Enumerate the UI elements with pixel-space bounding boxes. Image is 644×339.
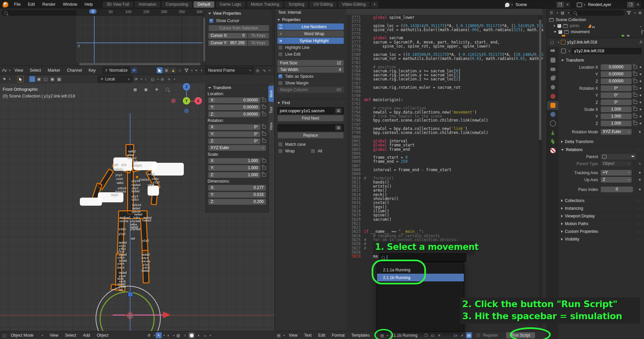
animate-dot-icon[interactable]	[640, 80, 641, 82]
animate-dot-icon[interactable]	[640, 101, 641, 103]
footer-word-wrap-icon[interactable]: ↲	[459, 332, 465, 338]
axis-x-ball[interactable]: X	[195, 97, 202, 105]
proportional-edit-icon[interactable]: ◎	[255, 67, 261, 73]
scene-selector[interactable]: ▾ Scene ❐ ✕	[503, 1, 572, 8]
graph-menu-view[interactable]: View	[11, 68, 26, 73]
panel-grip-icon[interactable]: ::::	[262, 86, 266, 89]
text-menu-templates[interactable]: Templates	[348, 333, 373, 338]
add-layout-tab[interactable]: +	[371, 1, 378, 8]
layout-tab-game-logic[interactable]: Game Logic	[216, 1, 246, 8]
find-input[interactable]: joint.copper.y1o1.sacrum ▤	[277, 107, 344, 114]
section-viewport-display[interactable]: Viewport Display::::	[558, 212, 644, 220]
menu-edit[interactable]: Edit	[24, 0, 39, 9]
tab-armature-data[interactable]	[547, 137, 558, 146]
lock-icon[interactable]	[262, 106, 266, 109]
layout-tab-video-editing[interactable]: Video Editing	[338, 1, 370, 8]
wrap-checkbox[interactable]: Wrap	[278, 148, 311, 154]
object-name-field[interactable]: y1y2.link.left.018	[572, 48, 642, 54]
layout-tab-scripting[interactable]: Scripting	[284, 1, 308, 8]
armature-bone[interactable]	[140, 218, 148, 253]
cursor-y-to-keys-button[interactable]: To Keys	[248, 40, 269, 46]
tracking-axis-row[interactable]: Tracking Axis +Y ▾	[558, 170, 644, 176]
value-field[interactable]: Y:0.00000	[208, 105, 260, 110]
filter-icon[interactable]	[183, 67, 190, 73]
graph-menu-marker[interactable]: Marker	[44, 68, 63, 73]
show-margin-checkbox[interactable]: Show Margin	[278, 80, 343, 86]
prop-value-field[interactable]: 1.000	[601, 121, 632, 126]
tab-modifiers[interactable]	[547, 110, 558, 119]
line-numbers-toggle[interactable]: 1≡2≡ Line Numbers	[277, 23, 344, 30]
layout-tab-motion-tracking[interactable]: Motion Tracking	[247, 1, 283, 8]
editor-type-icon[interactable]: ⚑	[1, 76, 7, 82]
collapse-arrow-icon[interactable]	[277, 102, 280, 104]
show-gizmo-icon[interactable]: ↖	[156, 332, 162, 338]
layout-tab-animation[interactable]: Animation	[135, 1, 160, 8]
channel-search-input[interactable]	[1, 10, 78, 16]
outliner-search-input[interactable]	[571, 10, 625, 16]
graph-hscrollbar[interactable]	[79, 63, 201, 65]
lock-icon[interactable]	[262, 126, 266, 129]
layout-tab-compositing[interactable]: Compositing	[162, 1, 192, 8]
panel-grip-icon[interactable]: ::::	[637, 230, 642, 233]
new-collection-icon[interactable]: ⊞	[637, 10, 643, 16]
graph-menu-select[interactable]: Select	[26, 68, 44, 73]
gizmo-dropdown-icon[interactable]: ⚙	[146, 332, 152, 338]
prop-value-field[interactable]: 0°	[601, 92, 632, 98]
unlink-text-icon[interactable]: ✕	[436, 332, 442, 338]
sidebar-tab-view[interactable]: View	[268, 119, 274, 134]
select-mode-extend-icon[interactable]: ▣	[36, 76, 42, 82]
overlays-icon[interactable]: ◐	[165, 332, 171, 338]
transform-pivot-icon[interactable]: ⟳	[133, 76, 139, 82]
menu-window[interactable]: Window	[59, 0, 81, 9]
text-editor-type-icon[interactable]: ▤	[276, 332, 282, 338]
animate-dot-icon[interactable]	[640, 94, 641, 96]
normalize-refresh-icon[interactable]: ⟳	[131, 67, 137, 73]
tab-render[interactable]	[547, 56, 558, 65]
value-field[interactable]: X:0.177	[208, 185, 266, 191]
outliner-row-joints[interactable]: joints34⌄	[547, 23, 644, 29]
grid-toggle-icon[interactable]: ▦	[132, 86, 138, 92]
outliner-row-movement[interactable]: movement	[547, 29, 644, 35]
expand-arrow-icon[interactable]	[554, 24, 555, 27]
lock-icon[interactable]	[634, 115, 637, 118]
tweak-tool-icon[interactable]	[157, 67, 163, 73]
lock-icon[interactable]	[634, 101, 637, 104]
parent-row[interactable]: Parent ✒	[558, 153, 644, 160]
collapse-arrow-icon[interactable]	[554, 31, 556, 33]
match-case-checkbox[interactable]: Match case	[278, 141, 343, 147]
pivot-center-icon[interactable]: ⌖	[193, 67, 199, 73]
value-field[interactable]: Z:1.000	[208, 172, 260, 178]
collapse-arrow-icon[interactable]	[561, 60, 564, 61]
code-vscrollbar[interactable]	[539, 15, 542, 327]
scene-name[interactable]: Scene	[513, 2, 556, 8]
rotation-mode-dropdown[interactable]: XYZ Euler ▾	[208, 145, 266, 151]
outliner-display-mode-icon[interactable]: ☰	[548, 10, 554, 16]
up-axis-row[interactable]: Up Axis Z ▾	[558, 177, 644, 183]
tabs-as-spaces-checkbox[interactable]: Tabs as Spaces	[278, 73, 343, 79]
prop-value-field[interactable]: 1.000	[601, 107, 632, 112]
mode-dropdown[interactable]: Object Mode ▾	[8, 332, 46, 338]
cursor-x-field[interactable]: Cursor X: 0	[208, 33, 247, 39]
tab-object[interactable]	[547, 101, 558, 110]
render-layer-delete-button[interactable]: ✕	[634, 2, 642, 8]
section-motion-paths[interactable]: Motion Paths::::	[558, 220, 644, 227]
snap-magnet-icon[interactable]: ⌅	[143, 76, 149, 82]
cursor-from-selection-button[interactable]: Cursor from Selection	[208, 25, 269, 31]
lock-icon[interactable]	[634, 122, 637, 125]
animate-dot-icon[interactable]	[639, 179, 641, 181]
tab-tool[interactable]	[547, 47, 558, 56]
shading-wireframe-icon[interactable]: ○	[182, 332, 188, 338]
active-tool-cursor-icon[interactable]	[17, 76, 24, 82]
panel-grip-icon[interactable]: ::::	[637, 207, 642, 210]
panel-grip-icon[interactable]: ::::	[637, 215, 642, 218]
value-field[interactable]: X:0.00000	[208, 97, 260, 103]
find-next-button[interactable]: Find Next	[277, 115, 344, 122]
animate-dot-icon[interactable]	[640, 123, 641, 124]
shading-solid-icon[interactable]	[189, 332, 195, 338]
axis-z-ball[interactable]: Z	[183, 83, 190, 90]
lock-icon[interactable]	[262, 99, 266, 102]
open-text-icon[interactable]: 🗀	[430, 332, 436, 338]
lock-icon[interactable]	[262, 133, 266, 136]
eyedropper-icon[interactable]: ✒	[631, 154, 635, 159]
tab-physics[interactable]	[547, 119, 558, 128]
